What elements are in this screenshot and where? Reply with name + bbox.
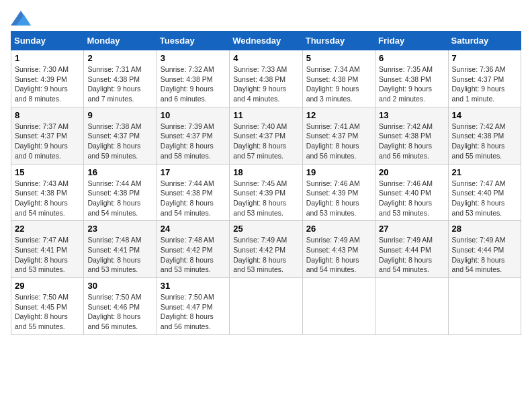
day-info: Sunrise: 7:49 AMSunset: 4:43 PMDaylight:… [306, 235, 371, 275]
day-info: Sunrise: 7:42 AMSunset: 4:38 PMDaylight:… [452, 122, 517, 161]
day-info: Sunrise: 7:30 AMSunset: 4:39 PMDaylight:… [15, 64, 80, 104]
day-number: 28 [452, 224, 517, 234]
day-info: Sunrise: 7:36 AMSunset: 4:37 PMDaylight:… [452, 64, 517, 104]
day-info: Sunrise: 7:31 AMSunset: 4:38 PMDaylight:… [87, 64, 152, 104]
day-number: 29 [15, 281, 80, 291]
weekday-header-saturday: Saturday [448, 32, 521, 50]
day-number: 16 [87, 167, 152, 177]
calendar-day-cell: 3Sunrise: 7:32 AMSunset: 4:38 PMDaylight… [157, 50, 229, 107]
day-number: 5 [306, 53, 371, 63]
calendar-day-cell: 7Sunrise: 7:36 AMSunset: 4:37 PMDaylight… [448, 50, 521, 107]
calendar-day-cell: 23Sunrise: 7:48 AMSunset: 4:41 PMDayligh… [84, 221, 157, 278]
calendar-day-cell: 22Sunrise: 7:47 AMSunset: 4:41 PMDayligh… [11, 221, 84, 278]
empty-cell [375, 278, 448, 335]
weekday-header-wednesday: Wednesday [230, 32, 302, 50]
day-info: Sunrise: 7:39 AMSunset: 4:37 PMDaylight:… [161, 122, 226, 161]
day-info: Sunrise: 7:44 AMSunset: 4:38 PMDaylight:… [87, 179, 152, 218]
weekday-header-tuesday: Tuesday [157, 32, 229, 50]
day-info: Sunrise: 7:46 AMSunset: 4:40 PMDaylight:… [379, 179, 444, 218]
calendar-day-cell: 24Sunrise: 7:48 AMSunset: 4:42 PMDayligh… [157, 221, 229, 278]
calendar-table: SundayMondayTuesdayWednesdayThursdayFrid… [11, 31, 521, 335]
day-info: Sunrise: 7:50 AMSunset: 4:45 PMDaylight:… [15, 292, 80, 332]
day-number: 24 [161, 224, 226, 234]
logo [11, 11, 34, 26]
day-info: Sunrise: 7:35 AMSunset: 4:38 PMDaylight:… [379, 64, 444, 104]
day-number: 19 [306, 167, 371, 177]
calendar-day-cell: 5Sunrise: 7:34 AMSunset: 4:38 PMDaylight… [302, 50, 375, 107]
calendar-day-cell: 11Sunrise: 7:40 AMSunset: 4:37 PMDayligh… [230, 107, 302, 164]
day-number: 20 [379, 167, 444, 177]
day-info: Sunrise: 7:41 AMSunset: 4:37 PMDaylight:… [306, 122, 371, 161]
day-info: Sunrise: 7:49 AMSunset: 4:42 PMDaylight:… [233, 235, 298, 275]
empty-cell [448, 278, 521, 335]
day-number: 23 [87, 224, 152, 234]
calendar-week-row: 1Sunrise: 7:30 AMSunset: 4:39 PMDaylight… [11, 50, 521, 107]
day-number: 12 [306, 110, 371, 120]
day-number: 1 [15, 53, 80, 63]
day-number: 11 [233, 110, 298, 120]
calendar-week-row: 29Sunrise: 7:50 AMSunset: 4:45 PMDayligh… [11, 278, 521, 335]
calendar-day-cell: 27Sunrise: 7:49 AMSunset: 4:44 PMDayligh… [375, 221, 448, 278]
day-info: Sunrise: 7:50 AMSunset: 4:47 PMDaylight:… [161, 292, 226, 332]
day-number: 4 [233, 53, 298, 63]
calendar-day-cell: 2Sunrise: 7:31 AMSunset: 4:38 PMDaylight… [84, 50, 157, 107]
calendar-day-cell: 30Sunrise: 7:50 AMSunset: 4:46 PMDayligh… [84, 278, 157, 335]
calendar-day-cell: 14Sunrise: 7:42 AMSunset: 4:38 PMDayligh… [448, 107, 521, 164]
day-info: Sunrise: 7:47 AMSunset: 4:40 PMDaylight:… [452, 179, 517, 218]
day-number: 15 [15, 167, 80, 177]
calendar-day-cell: 31Sunrise: 7:50 AMSunset: 4:47 PMDayligh… [157, 278, 229, 335]
day-number: 14 [452, 110, 517, 120]
day-info: Sunrise: 7:48 AMSunset: 4:41 PMDaylight:… [87, 235, 152, 275]
day-number: 22 [15, 224, 80, 234]
day-info: Sunrise: 7:40 AMSunset: 4:37 PMDaylight:… [233, 122, 298, 161]
logo-icon [11, 11, 31, 26]
calendar-day-cell: 20Sunrise: 7:46 AMSunset: 4:40 PMDayligh… [375, 164, 448, 221]
empty-cell [302, 278, 375, 335]
day-number: 10 [161, 110, 226, 120]
calendar-week-row: 8Sunrise: 7:37 AMSunset: 4:37 PMDaylight… [11, 107, 521, 164]
day-info: Sunrise: 7:44 AMSunset: 4:38 PMDaylight:… [161, 179, 226, 218]
day-info: Sunrise: 7:37 AMSunset: 4:37 PMDaylight:… [15, 122, 80, 161]
day-info: Sunrise: 7:34 AMSunset: 4:38 PMDaylight:… [306, 64, 371, 104]
calendar-week-row: 22Sunrise: 7:47 AMSunset: 4:41 PMDayligh… [11, 221, 521, 278]
day-number: 13 [379, 110, 444, 120]
day-number: 21 [452, 167, 517, 177]
calendar-day-cell: 21Sunrise: 7:47 AMSunset: 4:40 PMDayligh… [448, 164, 521, 221]
day-info: Sunrise: 7:48 AMSunset: 4:42 PMDaylight:… [161, 235, 226, 275]
weekday-header-monday: Monday [84, 32, 157, 50]
calendar-day-cell: 17Sunrise: 7:44 AMSunset: 4:38 PMDayligh… [157, 164, 229, 221]
day-number: 18 [233, 167, 298, 177]
day-info: Sunrise: 7:49 AMSunset: 4:44 PMDaylight:… [452, 235, 517, 275]
day-info: Sunrise: 7:43 AMSunset: 4:38 PMDaylight:… [15, 179, 80, 218]
day-number: 9 [87, 110, 152, 120]
calendar-week-row: 15Sunrise: 7:43 AMSunset: 4:38 PMDayligh… [11, 164, 521, 221]
weekday-header-thursday: Thursday [302, 32, 375, 50]
weekday-header-sunday: Sunday [11, 32, 84, 50]
calendar-day-cell: 25Sunrise: 7:49 AMSunset: 4:42 PMDayligh… [230, 221, 302, 278]
day-number: 26 [306, 224, 371, 234]
day-info: Sunrise: 7:33 AMSunset: 4:38 PMDaylight:… [233, 64, 298, 104]
calendar-day-cell: 26Sunrise: 7:49 AMSunset: 4:43 PMDayligh… [302, 221, 375, 278]
calendar-day-cell: 16Sunrise: 7:44 AMSunset: 4:38 PMDayligh… [84, 164, 157, 221]
calendar-day-cell: 13Sunrise: 7:42 AMSunset: 4:38 PMDayligh… [375, 107, 448, 164]
calendar-day-cell: 19Sunrise: 7:46 AMSunset: 4:39 PMDayligh… [302, 164, 375, 221]
day-info: Sunrise: 7:38 AMSunset: 4:37 PMDaylight:… [87, 122, 152, 161]
calendar-day-cell: 28Sunrise: 7:49 AMSunset: 4:44 PMDayligh… [448, 221, 521, 278]
page-header [11, 11, 521, 26]
day-number: 8 [15, 110, 80, 120]
day-info: Sunrise: 7:46 AMSunset: 4:39 PMDaylight:… [306, 179, 371, 218]
day-number: 17 [161, 167, 226, 177]
calendar-day-cell: 15Sunrise: 7:43 AMSunset: 4:38 PMDayligh… [11, 164, 84, 221]
day-number: 6 [379, 53, 444, 63]
calendar-day-cell: 1Sunrise: 7:30 AMSunset: 4:39 PMDaylight… [11, 50, 84, 107]
calendar-day-cell: 12Sunrise: 7:41 AMSunset: 4:37 PMDayligh… [302, 107, 375, 164]
day-number: 27 [379, 224, 444, 234]
day-number: 25 [233, 224, 298, 234]
calendar-header-row: SundayMondayTuesdayWednesdayThursdayFrid… [11, 32, 521, 50]
day-info: Sunrise: 7:42 AMSunset: 4:38 PMDaylight:… [379, 122, 444, 161]
calendar-day-cell: 6Sunrise: 7:35 AMSunset: 4:38 PMDaylight… [375, 50, 448, 107]
day-info: Sunrise: 7:50 AMSunset: 4:46 PMDaylight:… [87, 292, 152, 332]
day-number: 30 [87, 281, 152, 291]
calendar-day-cell: 8Sunrise: 7:37 AMSunset: 4:37 PMDaylight… [11, 107, 84, 164]
calendar-day-cell: 18Sunrise: 7:45 AMSunset: 4:39 PMDayligh… [230, 164, 302, 221]
